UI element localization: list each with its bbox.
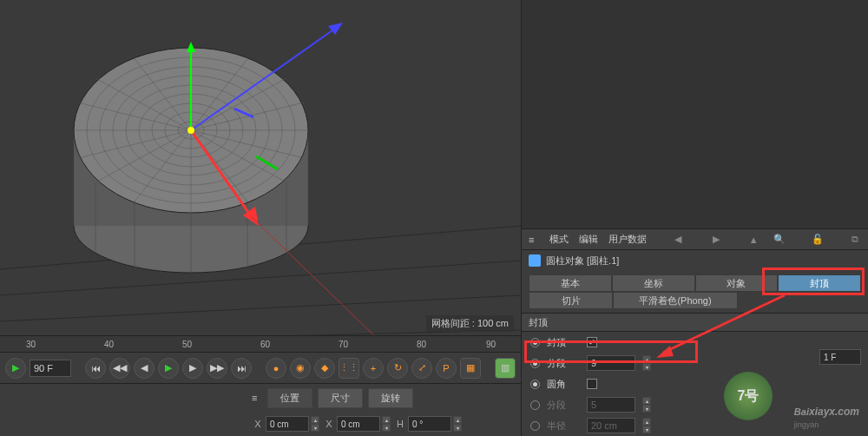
search-icon[interactable]: 🔍 [773,234,786,246]
spinner-icon[interactable]: ▴▾ [311,416,319,432]
tab-position[interactable]: 位置 [267,388,312,408]
tab-cap[interactable]: 封顶 [778,274,861,292]
coord-tabs: 位置 尺寸 旋转 [0,384,521,412]
lock-icon[interactable]: 🔓 [812,234,824,246]
viewport-3d[interactable]: 网格间距 : 100 cm [0,0,521,335]
end-frame-field[interactable]: 90 F [30,360,71,377]
nav-fwd-icon[interactable]: ▶ [710,234,722,246]
radius-field: 20 cm [587,418,635,433]
layout-button[interactable]: ▥ [495,358,516,379]
tab-coord[interactable]: 坐标 [612,274,695,292]
prop-fillet-seg: 分段 5 ▴▾ [522,394,868,415]
radio-icon[interactable] [530,359,540,368]
goto-start-button[interactable]: ⏮ [85,358,106,379]
section-cap: 封顶 [522,313,868,332]
hatch-icon [252,393,262,403]
play-button[interactable]: ▶ [158,358,179,379]
key-options-button[interactable]: ⋮⋮ [339,358,359,379]
svg-marker-41 [328,23,343,35]
prop-fillet: 圆角 [522,373,868,394]
rot-h-field[interactable]: 0 ° [408,416,451,432]
transport-bar: ▶ 90 F ⏮ ◀◀ ◀ ▶ ▶ ▶▶ ⏭ ● ◉ ◆ ⋮⋮ + ↻ ⤢ P … [0,353,521,384]
menu-edit[interactable]: 编辑 [579,233,598,246]
radio-icon [530,421,540,431]
pos-x-field[interactable]: 0 cm [266,416,309,432]
new-window-icon[interactable]: ⧉ [849,234,861,246]
fillet-seg-field: 5 [587,397,635,413]
spinner-icon[interactable]: ▴▾ [642,355,651,371]
prop-cap: 封顶 ✔ [522,332,868,353]
spinner-icon[interactable]: ▴▾ [453,416,462,432]
attribute-menu: 模式 编辑 用户数据 ◀ ▶ ▲ 🔍 🔓 ⧉ [522,229,868,250]
next-frame-button[interactable]: ▶ [182,358,203,379]
object-manager[interactable] [522,0,868,229]
coord-fields: X0 cm▴▾ X0 cm▴▾ H0 °▴▾ [0,412,521,436]
tab-slice[interactable]: 切片 [529,292,613,309]
radio-icon [530,400,540,410]
current-frame-field[interactable]: 1 F [819,349,861,365]
next-key-button[interactable]: ▶▶ [207,358,227,379]
svg-line-1 [0,261,521,295]
tab-phong[interactable]: 平滑着色(Phong) [613,292,738,309]
radio-icon[interactable] [530,338,540,347]
prev-key-button[interactable]: ◀◀ [109,358,130,379]
tab-rotation[interactable]: 旋转 [368,388,413,408]
nav-up-icon[interactable]: ▲ [747,234,760,246]
cylinder-icon [529,254,541,267]
key-param-button[interactable]: P [436,358,457,379]
key-scale-button[interactable]: ⤢ [411,358,432,379]
fillet-checkbox[interactable] [587,379,597,389]
menu-mode[interactable]: 模式 [549,233,569,246]
spinner-icon: ▴▾ [642,418,651,433]
tab-basic[interactable]: 基本 [529,274,612,292]
keyframe-button[interactable]: ◆ [314,358,335,379]
record-button[interactable]: ● [266,358,286,379]
radio-icon[interactable] [530,380,540,389]
watermark-logo: 7号 [724,372,773,420]
size-x-field[interactable]: 0 cm [337,416,380,432]
menu-userdata[interactable]: 用户数据 [608,233,647,246]
key-grid-button[interactable]: ▦ [460,358,481,379]
segments-field[interactable]: 9 [587,355,635,371]
svg-point-45 [187,127,194,134]
spinner-icon: ▴▾ [642,397,651,413]
key-pos-button[interactable]: + [363,358,384,379]
prop-segments: 分段 9 ▴▾ [522,353,868,373]
cap-checkbox[interactable]: ✔ [587,337,597,347]
autokey-button[interactable]: ◉ [290,358,311,379]
prop-radius: 半径 20 cm ▴▾ [522,415,868,436]
tab-size[interactable]: 尺寸 [318,388,363,408]
grid-spacing-label: 网格间距 : 100 cm [426,315,514,332]
nav-back-icon[interactable]: ◀ [672,234,684,246]
object-title: 圆柱对象 [圆柱.1] [522,250,868,271]
timeline-ruler[interactable]: 30 40 50 60 70 80 90 [0,335,521,353]
key-rot-button[interactable]: ↻ [387,358,408,379]
svg-marker-39 [187,42,195,52]
play-start-button[interactable]: ▶ [5,358,26,379]
tab-object[interactable]: 对象 [695,274,779,292]
goto-end-button[interactable]: ⏭ [231,358,252,379]
spinner-icon[interactable]: ▴▾ [382,416,391,432]
hatch-icon [529,235,539,245]
prev-frame-button[interactable]: ◀ [134,358,155,379]
